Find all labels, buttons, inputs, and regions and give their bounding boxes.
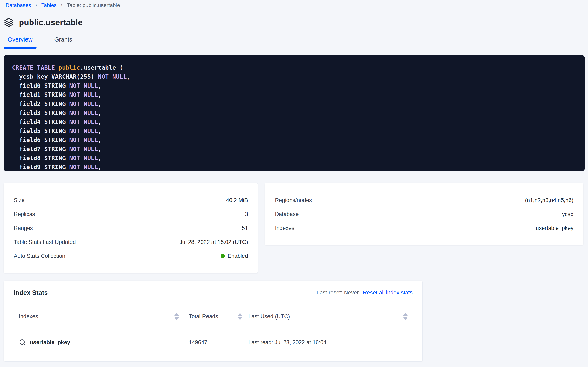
sort-asc-icon <box>403 313 408 316</box>
stat-row-replicas: Replicas 3 <box>14 207 248 221</box>
index-stats-table: Indexes Total Reads Last Used (UTC) <box>14 305 413 357</box>
tab-bar: Overview Grants <box>4 33 585 48</box>
stat-row-auto-stats: Auto Stats Collection Enabled <box>14 249 248 263</box>
sql-line: field2 STRING NOT NULL, <box>12 99 576 108</box>
breadcrumb-link-databases[interactable]: Databases <box>6 2 31 8</box>
sql-line: field5 STRING NOT NULL, <box>12 126 576 135</box>
sql-line: field0 STRING NOT NULL, <box>12 81 576 90</box>
layers-icon <box>4 17 14 27</box>
index-stats-header: Index Stats Last reset: Never Reset all … <box>14 289 413 298</box>
column-header-total-reads: Total Reads <box>189 313 218 320</box>
breadcrumb-link-tables[interactable]: Tables <box>41 2 57 8</box>
sort-asc-icon <box>238 313 242 316</box>
table-meta-card: Regions/nodes (n1,n2,n3,n4,n5,n6) Databa… <box>265 183 583 245</box>
search-icon <box>19 339 26 346</box>
sql-line: field8 STRING NOT NULL, <box>12 153 576 163</box>
table-details-card: Size 40.2 MiB Replicas 3 Ranges 51 Table… <box>4 183 258 273</box>
summary-cards: Size 40.2 MiB Replicas 3 Ranges 51 Table… <box>4 183 585 273</box>
page-header: public.usertable <box>4 17 585 27</box>
chevron-right-icon: › <box>35 2 37 8</box>
stat-row-regions: Regions/nodes (n1,n2,n3,n4,n5,n6) <box>275 193 573 207</box>
status-enabled-dot-icon <box>221 254 225 258</box>
tab-grants[interactable]: Grants <box>47 33 80 48</box>
sort-toggle-indexes[interactable] <box>174 313 179 320</box>
total-reads-value: 149647 <box>189 339 207 346</box>
tab-overview[interactable]: Overview <box>4 33 37 48</box>
create-table-statement-box: CREATE TABLE public.usertable ( ycsb_key… <box>4 55 585 171</box>
breadcrumb-current: Table: public.usertable <box>67 2 120 8</box>
sql-line: field1 STRING NOT NULL, <box>12 90 576 99</box>
stat-row-size: Size 40.2 MiB <box>14 193 248 207</box>
sort-desc-icon <box>403 317 408 320</box>
table-row: usertable_pkey 149647 Last read: Jul 28,… <box>19 328 408 357</box>
reset-all-index-stats-link[interactable]: Reset all index stats <box>363 290 413 296</box>
sql-line: field9 STRING NOT NULL, <box>12 163 576 171</box>
sql-line: field4 STRING NOT NULL, <box>12 117 576 126</box>
column-header-last-used: Last Used (UTC) <box>248 313 290 320</box>
sql-line: field3 STRING NOT NULL, <box>12 108 576 117</box>
sort-toggle-total-reads[interactable] <box>238 313 242 320</box>
reset-area: Last reset: Never Reset all index stats <box>317 289 413 298</box>
breadcrumb: Databases › Tables › Table: public.usert… <box>6 2 585 9</box>
sort-desc-icon <box>238 317 242 320</box>
last-reset-label: Last reset: Never <box>317 290 359 298</box>
column-header-indexes: Indexes <box>19 313 38 320</box>
sort-desc-icon <box>174 317 179 320</box>
sql-line: field7 STRING NOT NULL, <box>12 144 576 153</box>
page-title: public.usertable <box>19 18 83 27</box>
table-header-row: Indexes Total Reads Last Used (UTC) <box>19 305 408 328</box>
sql-line: ycsb_key VARCHAR(255) NOT NULL, <box>12 72 576 81</box>
index-stats-title: Index Stats <box>14 289 48 297</box>
last-used-value: Last read: Jul 28, 2022 at 16:04 <box>248 339 326 346</box>
index-stats-card: Index Stats Last reset: Never Reset all … <box>4 281 422 362</box>
index-name: usertable_pkey <box>30 339 70 346</box>
table-details-page: Databases › Tables › Table: public.usert… <box>0 0 588 367</box>
sort-toggle-last-used[interactable] <box>403 313 408 320</box>
stat-row-ranges: Ranges 51 <box>14 221 248 235</box>
sql-line: CREATE TABLE public.usertable ( <box>12 63 576 72</box>
chevron-right-icon: › <box>61 2 63 8</box>
sql-line: field6 STRING NOT NULL, <box>12 135 576 144</box>
stat-row-database: Database ycsb <box>275 207 573 221</box>
stat-row-stats-updated: Table Stats Last Updated Jul 28, 2022 at… <box>14 235 248 249</box>
status-badge: Enabled <box>228 253 248 259</box>
index-link[interactable]: usertable_pkey <box>19 339 70 346</box>
sort-asc-icon <box>174 313 179 316</box>
stat-row-indexes: Indexes usertable_pkey <box>275 221 573 235</box>
